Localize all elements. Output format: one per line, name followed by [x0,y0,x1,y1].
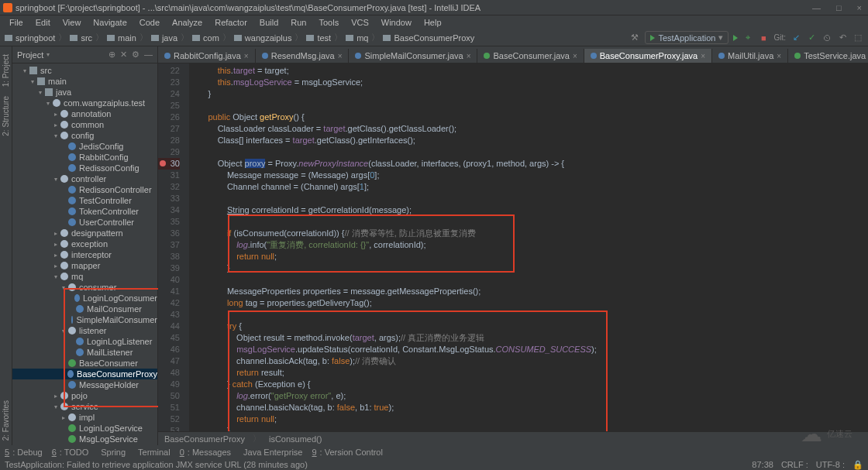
breadcrumb-item[interactable]: test [317,33,331,43]
favorites-toolwindow-tab[interactable]: 2: Favorites [0,396,12,445]
close-icon[interactable]: × [701,52,705,60]
code-editor[interactable]: this.target = target; this.msgLogService… [189,63,868,431]
tree-item-service[interactable]: ▾service [12,401,157,412]
vcs-commit-icon[interactable]: ✓ [806,33,817,43]
tree-item-RedissonController[interactable]: RedissonController [12,184,157,195]
panel-icon[interactable]: ✕ [120,50,127,60]
menu-window[interactable]: Window [375,16,418,29]
minimize-button[interactable]: — [809,3,824,12]
breadcrumb[interactable]: springboot〉src〉main〉java〉com〉wangzaiplus… [5,32,474,43]
close-icon[interactable]: × [573,52,577,60]
tree-item-LoginLogListener[interactable]: LoginLogListener [12,336,157,347]
panel-icon[interactable]: ⊕ [108,50,115,60]
menu-file[interactable]: File [3,16,29,29]
tree-item-MailListener[interactable]: MailListener [12,347,157,358]
close-button[interactable]: × [854,3,865,12]
close-icon[interactable]: × [777,52,781,60]
line-separator[interactable]: CRLF : [781,460,808,470]
search-icon[interactable]: ⬚ [852,33,863,43]
toolwindow-spring[interactable]: Spring [98,448,126,457]
cursor-position[interactable]: 87:38 [752,460,773,470]
tree-item-MailConsumer[interactable]: MailConsumer [12,304,157,314]
stop-button[interactable]: ■ [758,33,769,43]
breadcrumb-item[interactable]: mq [356,33,368,43]
close-icon[interactable]: × [244,52,249,60]
toolwindow-terminal[interactable]: Terminal [135,448,170,457]
toolwindow-messages[interactable]: 0: Messages [180,448,231,457]
tree-item-mapper[interactable]: ▸mapper [12,260,157,271]
tree-item-exception[interactable]: ▸exception [12,238,157,249]
menu-navigate[interactable]: Navigate [87,16,133,29]
tree-item-interceptor[interactable]: ▸interceptor [12,249,157,260]
project-tree[interactable]: ▾src▾main▾java▾com.wangzaiplus.test▸anno… [12,63,157,445]
editor-tab-SimpleMailConsumer.java[interactable]: SimpleMailConsumer.java× [349,49,477,63]
tree-item-RedissonConfig[interactable]: RedissonConfig [12,163,157,173]
menu-tools[interactable]: Tools [312,16,345,29]
run-config-combo[interactable]: TestApplication ▾ [645,31,728,44]
tree-item-designpattern[interactable]: ▸designpattern [12,228,157,238]
tree-item-listener[interactable]: ▾listener [12,325,157,336]
toolwindow-todo[interactable]: 6: TODO [52,448,89,457]
tree-item-RabbitConfig[interactable]: RabbitConfig [12,152,157,163]
tree-item-LoginLogService[interactable]: LoginLogService [12,423,157,434]
breadcrumb-item[interactable]: springboot [16,33,55,43]
toolwindow-debug[interactable]: 5: Debug [5,448,43,457]
panel-icon[interactable]: — [144,50,153,60]
menu-view[interactable]: View [57,16,88,29]
tree-item-impl[interactable]: ▸impl [12,412,157,423]
hammer-icon[interactable]: ⚒ [629,33,640,43]
tree-item-MsgLogService[interactable]: MsgLogService [12,434,157,444]
editor-gutter[interactable]: 2223242526272829303132333435363738394041… [158,63,189,431]
menu-vcs[interactable]: VCS [345,16,375,29]
structure-toolwindow-tab[interactable]: 2: Structure [0,91,12,141]
project-toolwindow-tab[interactable]: 1: Project [0,50,12,91]
menu-run[interactable]: Run [284,16,312,29]
tree-item-com-wangzaiplus-test[interactable]: ▾com.wangzaiplus.test [12,98,157,108]
tree-item-SimpleMailConsumer[interactable]: SimpleMailConsumer [12,314,157,325]
breadcrumb-item[interactable]: BaseConsumerProxy [394,33,474,43]
menu-analyze[interactable]: Analyze [166,16,208,29]
tree-item-TestService[interactable]: TestService [12,444,157,445]
tree-item-controller[interactable]: ▾controller [12,173,157,184]
breadcrumb-item[interactable]: src [81,33,92,43]
tree-item-consumer[interactable]: ▾consumer [12,282,157,293]
breadcrumb-item[interactable]: wangzaiplus [245,33,292,43]
tree-item-mq[interactable]: ▾mq [12,271,157,282]
tree-item-JedisConfig[interactable]: JedisConfig [12,141,157,152]
tree-item-annotation[interactable]: ▸annotation [12,108,157,119]
vcs-revert-icon[interactable]: ↶ [837,33,848,43]
file-encoding[interactable]: UTF-8 : [816,460,845,470]
menu-help[interactable]: Help [418,16,448,29]
editor-tab-ResendMsg.java[interactable]: ResendMsg.java× [256,49,350,63]
menu-edit[interactable]: Edit [29,16,57,29]
code-breadcrumb-item[interactable]: BaseConsumerProxy [164,434,245,444]
tree-item-main[interactable]: ▾main [12,76,157,87]
breadcrumb-item[interactable]: main [118,33,136,43]
menu-code[interactable]: Code [133,16,166,29]
tree-item-BaseConsumer[interactable]: BaseConsumer [12,358,157,369]
editor-tab-BaseConsumer.java[interactable]: BaseConsumer.java× [477,49,584,63]
tree-item-TestController[interactable]: TestController [12,195,157,206]
editor-tab-RabbitConfig.java[interactable]: RabbitConfig.java× [158,49,256,63]
tree-item-pojo[interactable]: ▸pojo [12,390,157,401]
tree-item-TokenController[interactable]: TokenController [12,206,157,217]
editor-breadcrumb[interactable]: BaseConsumerProxy〉isConsumed() [158,431,868,445]
menu-build[interactable]: Build [253,16,284,29]
editor-tab-TestService.java[interactable]: TestService.java× [788,49,868,63]
tree-item-config[interactable]: ▾config [12,130,157,141]
debug-button[interactable]: ⌖ [742,33,753,43]
vcs-history-icon[interactable]: ⏲ [822,33,832,43]
close-icon[interactable]: × [338,52,343,60]
tree-item-MessageHolder[interactable]: MessageHolder [12,379,157,390]
tree-item-BaseConsumerProxy[interactable]: BaseConsumerProxy [12,369,157,379]
toolwindow-java-enterprise[interactable]: Java Enterprise [240,448,302,457]
tree-item-java[interactable]: ▾java [12,87,157,98]
code-breadcrumb-item[interactable]: isConsumed() [269,434,322,444]
lock-icon[interactable]: 🔒 [852,460,863,470]
editor-tab-MailUtil.java[interactable]: MailUtil.java× [712,49,788,63]
breadcrumb-item[interactable]: com [203,33,219,43]
maximize-button[interactable]: □ [833,3,845,12]
panel-icon[interactable]: ⚙ [132,50,140,60]
run-button[interactable] [733,35,738,41]
tree-item-UserController[interactable]: UserController [12,217,157,228]
